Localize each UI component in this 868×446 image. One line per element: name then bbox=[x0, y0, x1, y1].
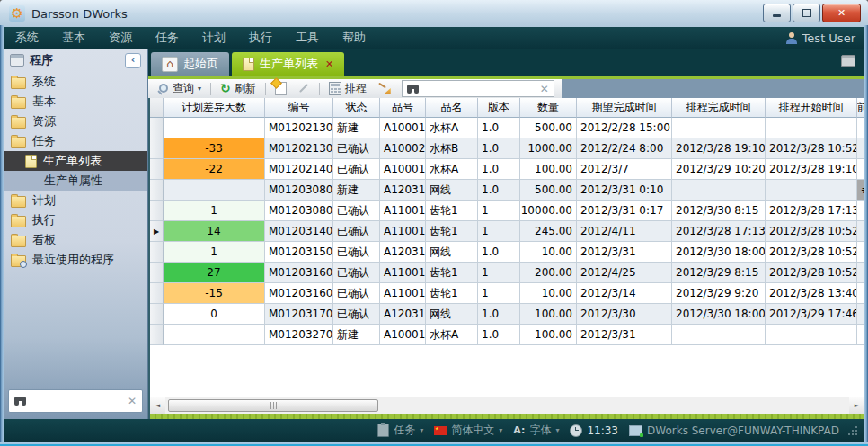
cell-code[interactable]: M012031701 bbox=[265, 304, 333, 325]
cell-item_name[interactable]: 网线 bbox=[426, 242, 478, 263]
cell-sched_finish[interactable] bbox=[672, 118, 766, 138]
cell-note[interactable] bbox=[857, 283, 864, 304]
tab-close-icon[interactable] bbox=[325, 59, 333, 69]
row-selector[interactable] bbox=[150, 180, 164, 201]
cell-diff[interactable] bbox=[164, 180, 265, 201]
sidebar-item[interactable]: 基本 bbox=[4, 92, 147, 112]
cell-code[interactable]: M012031402 bbox=[265, 221, 333, 242]
table-row[interactable]: 27M012031601已确认A11001齿轮11200.002012/4/25… bbox=[150, 263, 864, 283]
column-header[interactable]: 版本 bbox=[478, 98, 520, 118]
language-dropdown[interactable]: 简体中文 bbox=[434, 423, 502, 438]
menu-item[interactable]: 工具 bbox=[284, 27, 331, 49]
cell-expect_finish[interactable]: 2012/3/14 bbox=[577, 283, 672, 304]
cell-item_name[interactable]: 网线 bbox=[426, 304, 478, 325]
cell-sched_start[interactable]: 2012/3/28 10:52 bbox=[766, 263, 857, 283]
cell-qty[interactable]: 100.00 bbox=[520, 159, 577, 180]
cell-status[interactable]: 已确认 bbox=[333, 159, 380, 180]
cell-expect_finish[interactable]: 2012/3/31 0:17 bbox=[577, 201, 672, 221]
cell-item_no[interactable]: A10001 bbox=[380, 159, 426, 180]
cell-sched_start[interactable]: 2012/3/28 10:52 bbox=[766, 221, 857, 242]
toolbar-search-clear-icon[interactable] bbox=[540, 83, 549, 95]
cell-note[interactable] bbox=[857, 159, 864, 180]
sidebar-search-input[interactable] bbox=[31, 394, 122, 408]
cell-diff[interactable] bbox=[164, 325, 265, 345]
menu-item[interactable]: 资源 bbox=[97, 27, 144, 49]
cell-code[interactable]: M012031601 bbox=[265, 263, 333, 283]
table-row[interactable]: M012021301新建A10001水杯A1.0500.002012/2/28 … bbox=[150, 118, 864, 138]
column-header[interactable]: 状态 bbox=[333, 98, 380, 118]
cell-note[interactable] bbox=[857, 304, 864, 325]
cell-item_name[interactable]: 齿轮1 bbox=[426, 201, 478, 221]
cell-version[interactable]: 1 bbox=[478, 263, 520, 283]
cell-sched_finish[interactable]: 2012/3/28 17:13 bbox=[672, 221, 766, 242]
clean-button[interactable] bbox=[373, 80, 395, 97]
row-selector[interactable] bbox=[150, 221, 164, 242]
column-header[interactable]: 品号 bbox=[380, 98, 426, 118]
cell-note[interactable] bbox=[857, 138, 864, 159]
sidebar-item[interactable]: 系统 bbox=[4, 72, 147, 92]
cell-item_no[interactable]: A10001 bbox=[380, 325, 426, 345]
cell-version[interactable]: 1 bbox=[478, 201, 520, 221]
row-selector[interactable] bbox=[150, 263, 164, 283]
cell-sched_start[interactable]: 2012/3/29 17:46 bbox=[766, 304, 857, 325]
menu-item[interactable]: 执行 bbox=[237, 27, 284, 49]
cell-sched_finish[interactable]: 2012/3/30 8:15 bbox=[672, 201, 766, 221]
sidebar-search-clear-icon[interactable] bbox=[128, 395, 137, 407]
cell-status[interactable]: 已确认 bbox=[333, 201, 380, 221]
font-dropdown[interactable]: A: 字体 bbox=[513, 423, 559, 438]
user-area[interactable]: Test User bbox=[786, 31, 864, 45]
cell-item_no[interactable]: A11001 bbox=[380, 283, 426, 304]
table-row[interactable]: 1M012031501已确认A12031网线1.010.002012/3/312… bbox=[150, 242, 864, 263]
scroll-right-icon[interactable] bbox=[849, 397, 864, 414]
cell-qty[interactable]: 245.00 bbox=[520, 221, 577, 242]
row-selector[interactable] bbox=[150, 138, 164, 159]
column-header[interactable]: 数量 bbox=[520, 98, 577, 118]
cell-qty[interactable]: 200.00 bbox=[520, 263, 577, 283]
cell-expect_finish[interactable]: 2012/3/31 0:10 bbox=[577, 180, 672, 201]
sidebar-item[interactable]: 看板 bbox=[4, 230, 147, 250]
cell-expect_finish[interactable]: 2012/4/25 bbox=[577, 263, 672, 283]
cell-qty[interactable]: 10.00 bbox=[520, 283, 577, 304]
cell-item_name[interactable]: 水杯A bbox=[426, 159, 478, 180]
tab-inactive[interactable]: 起始页 bbox=[151, 52, 229, 76]
cell-sched_finish[interactable]: 2012/3/29 8:15 bbox=[672, 263, 766, 283]
table-row[interactable]: -22M012021401已确认A10001水杯A1.0100.002012/3… bbox=[150, 159, 864, 180]
cell-note[interactable] bbox=[857, 221, 864, 242]
cell-item_name[interactable]: 齿轮1 bbox=[426, 263, 478, 283]
cell-item_name[interactable]: 网线 bbox=[426, 180, 478, 201]
cell-item_no[interactable]: A10001 bbox=[380, 118, 426, 138]
cell-note[interactable]: # bbox=[857, 180, 864, 201]
cell-status[interactable]: 新建 bbox=[333, 325, 380, 345]
cell-note[interactable] bbox=[857, 201, 864, 221]
row-selector[interactable] bbox=[150, 304, 164, 325]
cell-expect_finish[interactable]: 2012/3/7 bbox=[577, 159, 672, 180]
column-header[interactable]: 排程完成时间 bbox=[672, 98, 766, 118]
column-header[interactable]: 前 bbox=[857, 98, 864, 118]
cell-sched_finish[interactable]: 2012/3/28 19:10 bbox=[672, 138, 766, 159]
cell-item_no[interactable]: A11001 bbox=[380, 221, 426, 242]
cell-code[interactable]: M012021401 bbox=[265, 159, 333, 180]
cell-item_name[interactable]: 水杯A bbox=[426, 118, 478, 138]
cell-version[interactable]: 1.0 bbox=[478, 242, 520, 263]
cell-expect_finish[interactable]: 2012/3/31 bbox=[577, 242, 672, 263]
cell-item_no[interactable]: A12031 bbox=[380, 304, 426, 325]
cell-sched_start[interactable]: 2012/3/28 17:13 bbox=[766, 201, 857, 221]
cell-diff[interactable]: -33 bbox=[164, 138, 265, 159]
row-selector[interactable] bbox=[150, 118, 164, 138]
column-header[interactable]: 品名 bbox=[426, 98, 478, 118]
cell-item_name[interactable]: 齿轮1 bbox=[426, 221, 478, 242]
cell-expect_finish[interactable]: 2012/2/24 8:00 bbox=[577, 138, 672, 159]
table-row[interactable]: 1M012030802已确认A11001齿轮1110000.002012/3/3… bbox=[150, 201, 864, 221]
table-row[interactable]: 14M012031402已确认A11001齿轮11245.002012/4/11… bbox=[150, 221, 864, 242]
restore-button[interactable] bbox=[793, 4, 820, 22]
sidebar-collapse-button[interactable] bbox=[125, 53, 141, 68]
cell-qty[interactable]: 1000.00 bbox=[520, 138, 577, 159]
cell-status[interactable]: 已确认 bbox=[333, 304, 380, 325]
cell-qty[interactable]: 100.00 bbox=[520, 325, 577, 345]
cell-sched_finish[interactable]: 2012/3/29 10:20 bbox=[672, 159, 766, 180]
cell-sched_start[interactable] bbox=[766, 118, 857, 138]
cell-qty[interactable]: 10000.00 bbox=[520, 201, 577, 221]
cell-item_name[interactable]: 水杯B bbox=[426, 138, 478, 159]
row-selector[interactable] bbox=[150, 159, 164, 180]
table-row[interactable]: -33M012021302已确认A10002水杯B1.01000.002012/… bbox=[150, 138, 864, 159]
